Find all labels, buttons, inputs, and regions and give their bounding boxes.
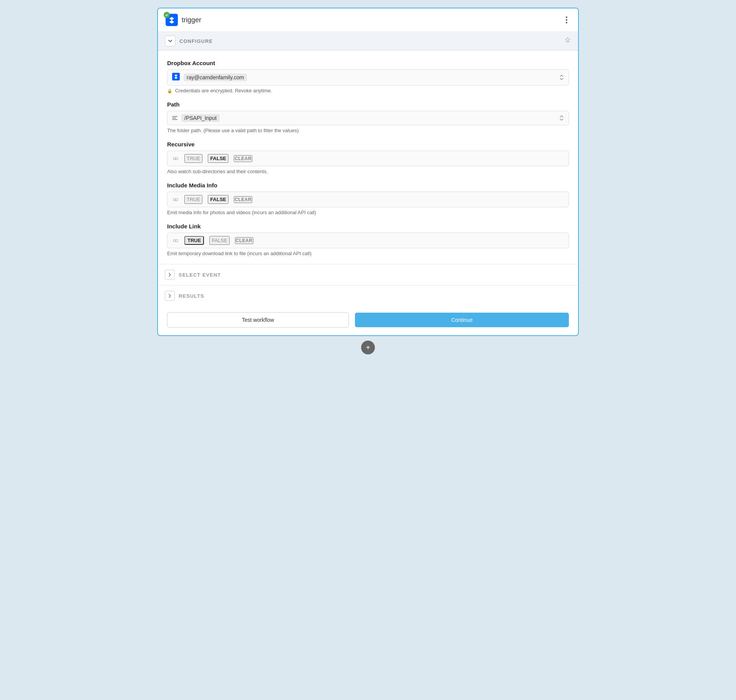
continue-button[interactable]: Continue: [355, 313, 569, 327]
dropbox-account-hint: 🔒 Credentials are encrypted. Revoke anyt…: [167, 88, 569, 93]
configure-chevron-button[interactable]: [165, 36, 176, 46]
lock-icon: 🔒: [167, 89, 172, 93]
include-media-info-group: Include Media Info TRUE FALSE CLEAR Emit…: [167, 182, 569, 215]
dropbox-logo-wrapper: [166, 14, 178, 26]
media-info-clear-button[interactable]: CLEAR: [234, 196, 252, 203]
results-chevron[interactable]: [165, 291, 175, 301]
include-link-label: Include Link: [167, 223, 569, 230]
path-label: Path: [167, 101, 569, 108]
media-info-toggle-icon: [172, 196, 179, 203]
results-label: RESULTS: [179, 293, 204, 299]
header-left: trigger: [166, 14, 201, 26]
dropbox-account-value: ray@camdenfamily.com: [184, 74, 247, 81]
recursive-true-button[interactable]: TRUE: [184, 154, 202, 163]
results-section[interactable]: RESULTS: [158, 285, 578, 306]
svg-rect-2: [172, 73, 180, 80]
link-clear-button[interactable]: CLEAR: [235, 237, 253, 244]
dropbox-account-group: Dropbox Account ray@camdenfamily.com: [167, 60, 569, 93]
include-media-info-label: Include Media Info: [167, 182, 569, 189]
path-field-left: /PSAPI_Input: [172, 114, 220, 122]
recursive-field: TRUE FALSE CLEAR: [167, 151, 569, 166]
lines-icon: [172, 116, 177, 120]
pin-icon: [564, 37, 571, 45]
chevron-down-icon: [168, 39, 172, 43]
include-link-field: TRUE FALSE CLEAR: [167, 233, 569, 248]
svg-point-3: [173, 157, 176, 160]
recursive-clear-button[interactable]: CLEAR: [234, 155, 252, 162]
path-hint: The folder path. (Please use a valid pat…: [167, 128, 569, 133]
recursive-group: Recursive TRUE FALSE CLEAR Also watch su…: [167, 141, 569, 174]
recursive-toggle-icon: [172, 155, 179, 162]
svg-point-5: [173, 198, 176, 201]
path-group: Path /PSAPI_Input: [167, 101, 569, 133]
dropbox-account-field[interactable]: ray@camdenfamily.com: [167, 69, 569, 85]
main-card: trigger CONFIGURE: [157, 8, 579, 336]
recursive-false-button[interactable]: FALSE: [208, 154, 228, 163]
link-toggle-icon: [172, 237, 179, 244]
chevron-right-icon: [168, 273, 172, 277]
configure-label: CONFIGURE: [179, 38, 213, 44]
dropbox-account-label: Dropbox Account: [167, 60, 569, 66]
add-step-button[interactable]: +: [361, 341, 375, 354]
page-wrapper: trigger CONFIGURE: [157, 8, 579, 354]
svg-point-8: [176, 239, 178, 242]
recursive-hint: Also watch sub-directories and their con…: [167, 169, 569, 174]
media-info-false-button[interactable]: FALSE: [208, 195, 228, 204]
svg-point-7: [173, 239, 176, 242]
plus-icon: +: [366, 343, 370, 352]
link-false-button[interactable]: FALSE: [209, 236, 229, 245]
media-info-hint: Emit media info for photos and videos (i…: [167, 210, 569, 215]
include-media-info-field: TRUE FALSE CLEAR: [167, 192, 569, 207]
header-title: trigger: [182, 16, 201, 24]
card-body: Dropbox Account ray@camdenfamily.com: [158, 51, 578, 256]
select-event-section[interactable]: SELECT EVENT: [158, 264, 578, 285]
chevron-right-icon-results: [168, 294, 172, 298]
configure-bar: CONFIGURE: [158, 32, 578, 51]
test-workflow-button[interactable]: Test workflow: [167, 312, 349, 328]
link-hint: Emit temporary download link to file (in…: [167, 251, 569, 256]
green-check-badge: [164, 12, 170, 18]
path-value: /PSAPI_Input: [181, 114, 220, 122]
account-sort-arrows: [559, 74, 564, 80]
more-options-button[interactable]: [563, 15, 570, 25]
dropbox-small-icon: [172, 73, 180, 82]
recursive-label: Recursive: [167, 141, 569, 148]
link-true-button[interactable]: TRUE: [184, 236, 204, 245]
include-link-group: Include Link TRUE FALSE CLEAR Emit tempo…: [167, 223, 569, 256]
path-sort-arrows: [559, 115, 564, 121]
select-event-label: SELECT EVENT: [179, 272, 221, 278]
configure-left: CONFIGURE: [165, 36, 213, 46]
path-field[interactable]: /PSAPI_Input: [167, 111, 569, 125]
svg-point-4: [176, 157, 178, 160]
card-footer: Test workflow Continue: [158, 306, 578, 335]
select-event-chevron[interactable]: [165, 270, 175, 280]
dropbox-account-field-left: ray@camdenfamily.com: [172, 73, 247, 82]
card-header: trigger: [158, 8, 578, 32]
svg-point-6: [176, 198, 178, 201]
media-info-true-button[interactable]: TRUE: [184, 195, 202, 204]
